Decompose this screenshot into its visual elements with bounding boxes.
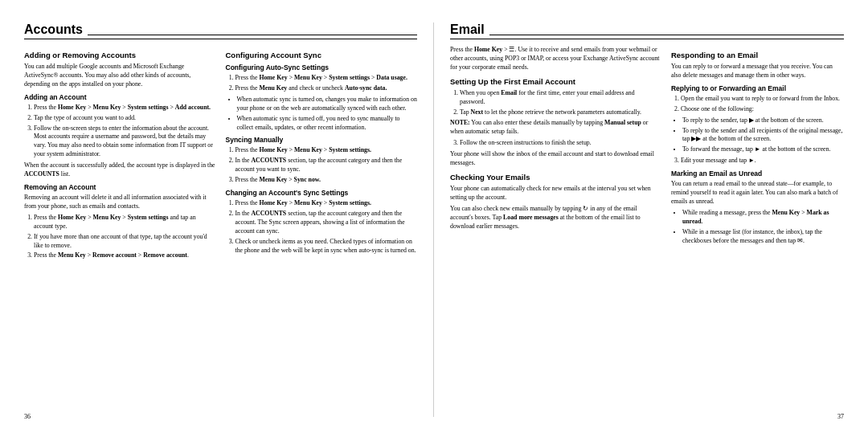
- adding-account-steps: Press the Home Key > Menu Key > System s…: [24, 104, 216, 159]
- list-item: Press the Menu Key > Remove account > Re…: [34, 251, 216, 260]
- list-item: Press the Menu Key > Sync now.: [235, 176, 418, 185]
- list-item: If you have more than one account of tha…: [34, 233, 216, 251]
- configuring-auto-title: Configuring Auto-Sync Settings: [226, 63, 418, 71]
- list-item: Follow the on-screen steps to enter the …: [34, 125, 216, 160]
- list-item: While in a message list (for instance, t…: [682, 228, 844, 246]
- list-item: To forward the message, tap ► at the bot…: [682, 145, 844, 154]
- list-item: While reading a message, press the Menu …: [682, 209, 844, 227]
- marking-bullets: While reading a message, press the Menu …: [671, 209, 844, 246]
- configuring-auto-steps: Press the Home Key > Menu Key > System s…: [226, 74, 418, 93]
- left-section: Accounts Adding or Removing Accounts You…: [24, 22, 434, 417]
- email-columns: Press the Home Key > ☰. Use it to receiv…: [450, 46, 844, 248]
- setting-up-note: NOTE: You can also enter these details m…: [450, 119, 661, 137]
- responding-title: Responding to an Email: [671, 51, 844, 59]
- changing-sync-title: Changing an Account's Sync Settings: [226, 189, 418, 197]
- replying-steps: Open the email you want to reply to or f…: [671, 95, 844, 114]
- page-container: Accounts Adding or Removing Accounts You…: [0, 0, 868, 433]
- list-item: Choose one of the following:: [681, 105, 844, 114]
- adding-account-note: When the account is successfully added, …: [24, 161, 216, 179]
- checking-emails-body: You can also check new emails manually b…: [450, 205, 661, 231]
- list-item: Press the Menu Key and check or uncheck …: [235, 84, 418, 93]
- list-item: In the ACCOUNTS section, tap the account…: [235, 210, 418, 236]
- removing-account-title: Removing an Account: [24, 183, 216, 191]
- page-number-left: 36: [24, 413, 31, 420]
- list-item: Open the email you want to reply to or f…: [681, 95, 844, 104]
- page-number-right: 37: [837, 413, 844, 420]
- setting-up-title: Setting Up the First Email Account: [450, 77, 661, 86]
- changing-sync-steps: Press the Home Key > Menu Key > System s…: [226, 199, 418, 255]
- adding-removing-title: Adding or Removing Accounts: [24, 51, 216, 59]
- accounts-title: Accounts: [24, 22, 417, 39]
- checking-emails-title: Checking Your Emails: [450, 173, 661, 182]
- list-item: Edit your message and tap ►.: [681, 157, 844, 165]
- email-col-right: Responding to an Email You can reply to …: [671, 46, 844, 248]
- list-item: Press the Home Key > Menu Key > System s…: [235, 199, 418, 208]
- right-section: Email Press the Home Key > ☰. Use it to …: [434, 22, 844, 417]
- col-configuring-sync: Configuring Account Sync Configuring Aut…: [226, 46, 418, 263]
- list-item: To reply to the sender, tap ▶ at the bot…: [682, 116, 844, 125]
- email-intro: Press the Home Key > ☰. Use it to receiv…: [450, 46, 661, 72]
- email-col-left: Press the Home Key > ☰. Use it to receiv…: [450, 46, 661, 248]
- list-item: When you open Email for the first time, …: [460, 89, 661, 107]
- syncing-manually-title: Syncing Manually: [226, 136, 418, 144]
- list-item: Follow the on-screen instructions to fin…: [460, 139, 661, 148]
- setting-up-closing: Your phone will show the inbox of the em…: [450, 150, 661, 168]
- replying-title: Replying to or Forwarding an Email: [671, 84, 844, 92]
- syncing-manually-steps: Press the Home Key > Menu Key > System s…: [226, 146, 418, 185]
- responding-intro: You can reply to or forward a message th…: [671, 63, 844, 80]
- adding-removing-intro: You can add multiple Google accounts and…: [24, 63, 216, 89]
- list-item: Press the Home Key > Menu Key > System s…: [34, 214, 216, 231]
- removing-account-steps: Press the Home Key > Menu Key > System s…: [24, 214, 216, 261]
- list-item: When automatic sync is turned off, you n…: [237, 115, 418, 133]
- accounts-columns: Adding or Removing Accounts You can add …: [24, 46, 417, 263]
- configuring-sync-title: Configuring Account Sync: [226, 51, 418, 59]
- col-adding-removing: Adding or Removing Accounts You can add …: [24, 46, 216, 263]
- list-item: Press the Home Key > Menu Key > System s…: [235, 74, 418, 83]
- list-item: Tap Next to let the phone retrieve the n…: [460, 108, 661, 117]
- list-item: Tap the type of account you want to add.: [34, 114, 216, 123]
- configuring-auto-bullets: When automatic sync is turned on, change…: [226, 96, 418, 133]
- replying-step3: Edit your message and tap ►.: [671, 157, 844, 165]
- list-item: In the ACCOUNTS section, tap the account…: [235, 157, 418, 174]
- removing-account-intro: Removing an account will delete it and a…: [24, 194, 216, 211]
- list-item: When automatic sync is turned on, change…: [237, 96, 418, 113]
- marking-intro: You can return a read email to the unrea…: [671, 180, 844, 206]
- checking-emails-intro: Your phone can automatically check for n…: [450, 185, 661, 202]
- setting-up-steps: When you open Email for the first time, …: [450, 89, 661, 117]
- setting-up-step3: Follow the on-screen instructions to fin…: [450, 139, 661, 148]
- list-item: To reply to the sender and all recipient…: [682, 127, 844, 145]
- adding-account-title: Adding an Account: [24, 93, 216, 101]
- marking-title: Marking an Email as Unread: [671, 170, 844, 178]
- list-item: Press the Home Key > Menu Key > System s…: [235, 146, 418, 155]
- list-item: Press the Home Key > Menu Key > System s…: [34, 104, 216, 112]
- list-item: Check or uncheck items as you need. Chec…: [235, 238, 418, 255]
- email-title: Email: [450, 22, 844, 39]
- replying-bullets: To reply to the sender, tap ▶ at the bot…: [671, 116, 844, 155]
